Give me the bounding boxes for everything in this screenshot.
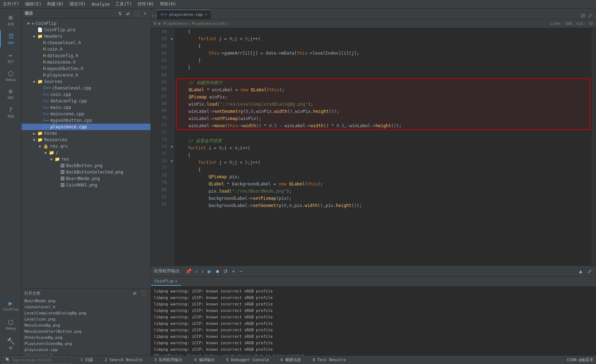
tree-item-chooselevel-h[interactable]: H chooselevel.h [22,40,151,46]
tree-item-chooselevel-cpp[interactable]: C++ chooselevel.cpp [22,85,151,91]
tree-item-boardnode-png[interactable]: 🖼 BoardNode.png [22,175,151,182]
project-sync-btn[interactable]: ⇄ [125,11,131,17]
fold-76[interactable]: ▼ [169,157,175,165]
tree-item-mainscene-h[interactable]: H mainscene.h [22,59,151,65]
code-line-59: for(int j = 0;j < 5;j++) [177,35,589,42]
sidebar-item-edit[interactable]: ☰ 编辑 [0,30,21,47]
tree-item-mainscene-cpp[interactable]: C++ mainscene.cpp [22,111,151,117]
tree-item-main-cpp[interactable]: C++ main.cpp [22,104,151,111]
open-doc-chooselevel[interactable]: chooselevel.h [22,304,151,310]
open-doc-playscence-cpp[interactable]: playscence.cpp [22,347,151,353]
tree-item-res-qrc[interactable]: ▼ 🔒 res.qrc [22,143,151,149]
tree-item-coinflip-pro[interactable]: 📄 CoinFlip.pro [22,27,151,33]
output-run-btn[interactable]: ▶ [206,268,213,275]
tree-item-dataconfig-cpp[interactable]: C++ dataconfig.cpp [22,98,151,104]
split-editor-btn[interactable]: ⊟ [580,12,586,19]
search-input[interactable] [12,358,69,362]
open-doc-playscence-h[interactable]: playscence.h [22,353,151,355]
tree-item-playscence-h[interactable]: H playscence.h [22,72,151,78]
sidebar-item-debug2[interactable]: ⬡ Debug [0,316,21,332]
tree-root-coinflip[interactable]: ▼ ◈ CoinFlip [22,20,151,27]
tree-item-coin0001-png[interactable]: 🖼 Coin0001.png [22,182,151,188]
main-cpp-icon: C++ [43,106,49,109]
output-collapse-btn[interactable]: ▲ [577,268,585,275]
tab-nav-forward[interactable]: › [154,12,157,19]
sidebar-item-project[interactable]: ⚙ 项目 [0,85,21,102]
output-add-btn[interactable]: + [231,268,236,275]
open-doc-boardnode[interactable]: BoardNode.png [22,298,151,304]
tab-playscence-cpp[interactable]: C++ playscence.cpp × [157,10,211,19]
fold-59[interactable]: ▼ [169,35,175,42]
open-doc-otherscenebg[interactable]: OtherSceneBg.png [22,335,151,341]
output-pin-btn[interactable]: 📌 [184,268,193,275]
tree-folder-resources[interactable]: ▼ 📁 Resources [22,137,151,143]
output-prev-btn[interactable]: ‹ [194,268,199,275]
status-tab-debugger[interactable]: 5 Debugger Console [223,357,272,363]
menu-build[interactable]: 构建(B) [47,1,64,7]
code-editor[interactable]: 58 59 60 61 62 63 64 65 66 67 68 69 70 7… [151,28,596,266]
output-tab-close[interactable]: × [175,279,177,284]
output-maximize-btn[interactable]: ⤢ [586,268,593,275]
tab-close-btn[interactable]: × [205,13,207,17]
sidebar-item-welcome[interactable]: ⊞ 欢迎 [0,11,21,29]
output-line-7: libpng warning: iCCP: known incorrect sR… [154,327,593,333]
tree-item-res-folder[interactable]: ▼ 📁 res [22,156,151,162]
tree-item-backbutton-png[interactable]: 🖼 BackButton.png [22,162,151,169]
open-doc-playlevelscenebg[interactable]: PlayLevelSceneBg.png [22,341,151,347]
open-docs-sync-btn[interactable]: ⇄ [131,290,138,296]
menu-help[interactable]: 帮助(H) [160,1,176,7]
output-tab-coinflip[interactable]: CoinFlip × [151,277,181,286]
menu-file[interactable]: 文件(F) [3,1,19,7]
tree-item-slash[interactable]: ▼ 📁 / [22,149,151,156]
project-filter-btn[interactable]: ⇅ [117,11,123,17]
tree-folder-headers[interactable]: ▼ 📁 Headers [22,33,151,40]
status-tab-summary[interactable]: 6 概要信息 [278,356,304,363]
sidebar-item-design[interactable]: ✏ 设计 [0,49,21,66]
open-doc-menuscenebg[interactable]: MenuSceneBg.png [22,322,151,328]
tree-item-mypushbutton-h[interactable]: H mypushbutton.h [22,65,151,72]
tree-item-coin-cpp[interactable]: C++ coin.cpp [22,91,151,98]
tree-item-dataconfig-h[interactable]: H dataconfig.h [22,52,151,59]
tab-right-actions: ⊟ ⤢ [577,12,596,19]
chooselevel-cpp-icon: C++ [43,86,51,91]
project-close-btn[interactable]: × [142,11,148,17]
status-left: 🔍 1 问题 2 Search Results 3 应用程序输出 4 编译输出 … [3,356,349,364]
tab-nav-back[interactable]: ‹ [151,12,154,19]
code-content[interactable]: { for(int j = 0;j < 5;j++) { this- [175,28,592,266]
status-tab-problems[interactable]: 1 问题 [78,356,96,363]
open-doc-levelicon[interactable]: Levellcon.png [22,316,151,322]
sidebar-item-help[interactable]: ? 帮助 [0,104,21,121]
tree-folder-forms[interactable]: ▶ 📁 Forms [22,130,151,137]
status-tab-compile[interactable]: 4 编译输出 [191,356,217,363]
menu-controls[interactable]: 控件(W) [138,1,154,7]
open-docs-expand-btn[interactable]: ⬛ [139,290,148,296]
project-expand-btn[interactable]: ⬛ [133,11,141,17]
tree-item-coin-h[interactable]: H coin.h [22,46,151,52]
sidebar-item-coinflip[interactable]: ▶ CoinFlip [0,297,21,313]
sidebar-item-debug[interactable]: ⬡ Debug [0,68,21,84]
output-remove-btn[interactable]: − [238,268,244,275]
tree-folder-sources[interactable]: ▼ 📁 Sources [22,78,151,85]
maximize-editor-btn[interactable]: ⤢ [587,12,593,19]
output-stop-btn[interactable]: ■ [214,268,220,275]
status-tab-test[interactable]: 8 Test Results [310,357,349,363]
menu-debug[interactable]: 调试(D) [69,1,86,7]
editor-scroll-indicator[interactable] [592,28,596,266]
sidebar-item-build[interactable]: 🔨 编 [0,335,21,353]
open-doc-menuscenestartbutton[interactable]: MenuSceneStartButton.png [22,328,151,335]
tree-item-mypushbutton-cpp[interactable]: C++ mypushbutton.cpp [22,117,151,124]
menu-analyze[interactable]: Analyze [92,2,110,7]
fold-74[interactable]: ▼ [169,143,175,150]
playscence-cpp-icon: C++ [43,125,49,129]
output-next-btn[interactable]: › [200,268,205,275]
menu-tools[interactable]: 工具(T) [115,1,132,7]
coin0001-icon: 🖼 [60,183,65,188]
menu-edit[interactable]: 编辑(E) [25,1,42,7]
editor-tabs-bar: ‹ › C++ playscence.cpp × ⊟ ⤢ [151,9,596,19]
tree-item-playscence-cpp[interactable]: C++ playscence.cpp [22,124,151,130]
status-tab-search[interactable]: 2 Search Results [102,357,145,363]
open-doc-levelcompleted[interactable]: LevelCompletedDialogBg.png [22,310,151,316]
tree-item-backbuttonselected-png[interactable]: 🖼 BackButtonSelected.png [22,169,151,175]
status-tab-app-output[interactable]: 3 应用程序输出 [151,356,185,363]
output-restart-btn[interactable]: ↺ [222,268,229,275]
